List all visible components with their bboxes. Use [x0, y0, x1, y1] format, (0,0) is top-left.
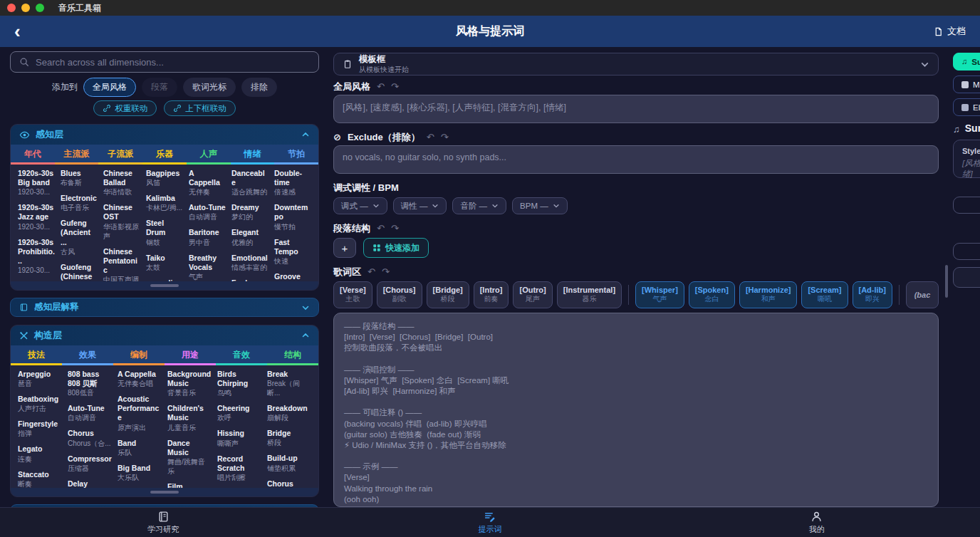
- term-cell[interactable]: Arpeggio琶音: [18, 370, 62, 388]
- term-cell[interactable]: ChorusChorus（合...: [68, 429, 112, 447]
- term-cell[interactable]: 1920s-30s Prohibitio...1920-30...: [18, 238, 55, 275]
- annotation-tag[interactable]: (bac: [906, 281, 939, 308]
- target-chip[interactable]: 排除: [241, 78, 277, 97]
- lyrics-textarea[interactable]: —— 段落结构 —— [Intro] [Verse] [Chorus] [Bri…: [333, 313, 939, 507]
- term-cell[interactable]: Taiko太鼓: [146, 254, 183, 272]
- nav-prompts[interactable]: 提示词: [458, 511, 522, 535]
- target-chip[interactable]: 段落: [142, 78, 177, 97]
- term-cell[interactable]: Cheering欢呼: [217, 404, 261, 422]
- nav-mine[interactable]: 我的: [785, 511, 849, 535]
- construction-tab[interactable]: 技法: [11, 345, 62, 365]
- horizontal-scrollbar[interactable]: [150, 284, 179, 287]
- vocal-tag[interactable]: [Ad-lib]即兴: [853, 281, 892, 308]
- perception-tab[interactable]: 乐器: [142, 145, 187, 165]
- copy-lyrics-cn-button[interactable]: 含中文注释: [953, 243, 980, 260]
- term-cell[interactable]: Bridge桥段: [267, 429, 311, 447]
- term-cell[interactable]: Fast Tempo快速: [274, 238, 311, 266]
- perception-tab[interactable]: 情绪: [231, 145, 275, 165]
- term-cell[interactable]: 808 bass 808 贝斯808低音: [68, 370, 112, 397]
- term-cell[interactable]: Big Band大乐队: [118, 464, 162, 482]
- quick-add-button[interactable]: 快速添加: [363, 238, 429, 258]
- add-section-button[interactable]: +: [333, 238, 356, 258]
- term-cell[interactable]: Elegant优雅的: [231, 228, 269, 246]
- term-cell[interactable]: Acoustic Performance原声演出: [118, 395, 162, 432]
- term-cell[interactable]: Beatboxing人声打击: [18, 395, 62, 413]
- term-cell[interactable]: Electronic电子音乐: [61, 194, 98, 212]
- param-select[interactable]: 调性 —: [393, 197, 447, 214]
- term-cell[interactable]: Guofeng (Chinese ...国风: [61, 263, 98, 281]
- term-cell[interactable]: Breakdown崩解段: [267, 404, 311, 422]
- horizontal-scrollbar[interactable]: [150, 491, 179, 494]
- nav-study-research[interactable]: 学习研究: [131, 511, 195, 535]
- platform-suno[interactable]: ♫Suno: [953, 53, 980, 71]
- redo-button[interactable]: ↷: [382, 267, 390, 276]
- docs-button[interactable]: 文档: [934, 25, 966, 38]
- term-cell[interactable]: Staccato断奏: [18, 470, 62, 489]
- term-cell[interactable]: Dance Music舞曲/跳舞音乐: [167, 439, 212, 476]
- term-cell[interactable]: Baritone男中音: [189, 228, 226, 246]
- undo-button[interactable]: ↶: [368, 267, 375, 276]
- platform-elevenlabs[interactable]: ElevenLabs: [953, 98, 980, 116]
- param-select[interactable]: 音阶 —: [452, 197, 506, 214]
- param-select[interactable]: 调式 —: [333, 197, 387, 214]
- term-cell[interactable]: BreakBreak（间断...: [267, 370, 311, 397]
- save-project-button[interactable]: 保存项目: [953, 267, 980, 288]
- structure-tag[interactable]: [Outro]尾声: [513, 281, 552, 308]
- construction-tab[interactable]: 结构: [267, 345, 318, 365]
- vertical-scrollbar[interactable]: [945, 265, 948, 298]
- term-cell[interactable]: Legato连奏: [18, 444, 62, 463]
- term-cell[interactable]: A Cappella无伴奏合唱: [118, 370, 162, 388]
- param-select[interactable]: BPM —: [512, 197, 568, 214]
- term-cell[interactable]: Film Soundtrack电影配乐: [167, 482, 212, 488]
- construction-tab[interactable]: 用途: [165, 345, 216, 365]
- undo-button[interactable]: ↶: [377, 224, 385, 233]
- vocal-tag[interactable]: [Spoken]念白: [689, 281, 735, 308]
- construction-section-header[interactable]: 构造层: [11, 325, 318, 345]
- perception-tab[interactable]: 年代: [11, 145, 55, 165]
- minimize-window-button[interactable]: [21, 4, 30, 12]
- term-cell[interactable]: Compressor压缩器: [68, 454, 112, 473]
- structure-tag[interactable]: [Verse]主歌: [333, 281, 372, 308]
- maximize-window-button[interactable]: [36, 4, 44, 12]
- undo-button[interactable]: ↶: [427, 132, 434, 142]
- term-cell[interactable]: Steel Drum钢鼓: [146, 219, 183, 246]
- term-cell[interactable]: Build-up铺垫积累: [267, 454, 311, 472]
- platform-minimax[interactable]: MiniMax: [953, 75, 980, 93]
- perception-explain-bar[interactable]: 感知层解释: [10, 298, 319, 317]
- term-cell[interactable]: Hissing嘶嘶声: [217, 429, 261, 447]
- redo-button[interactable]: ↷: [391, 224, 399, 233]
- construction-tab[interactable]: 编制: [113, 345, 165, 365]
- redo-button[interactable]: ↷: [441, 132, 449, 142]
- term-cell[interactable]: Background Music背景音乐: [167, 370, 212, 397]
- term-cell[interactable]: Chinese OST华语影视原声: [103, 203, 140, 240]
- term-cell[interactable]: Danceable适合跳舞的: [231, 169, 269, 197]
- undo-button[interactable]: ↶: [377, 82, 385, 91]
- construction-tab[interactable]: 音效: [216, 345, 267, 365]
- term-cell[interactable]: Breathy Vocals气声: [189, 254, 226, 281]
- template-dropdown[interactable]: 模板框 从模板快速开始: [333, 53, 939, 75]
- term-cell[interactable]: Fingerstyle指弹: [18, 419, 62, 438]
- redo-button[interactable]: ↷: [391, 82, 399, 91]
- term-cell[interactable]: A Cappella无伴奏: [189, 169, 226, 197]
- target-chip[interactable]: 歌词光标: [183, 78, 236, 97]
- exclude-textarea[interactable]: [333, 145, 939, 174]
- term-cell[interactable]: Band乐队: [118, 439, 162, 457]
- term-cell[interactable]: Double-time倍速感: [274, 169, 311, 197]
- link-toggle[interactable]: 权重联动: [93, 100, 157, 116]
- structure-tag[interactable]: [Bridge]桥段: [427, 281, 469, 308]
- perception-section-header[interactable]: 感知层: [11, 125, 318, 145]
- term-cell[interactable]: Dreamy梦幻的: [231, 203, 269, 221]
- term-cell[interactable]: Chorus副歌: [267, 479, 311, 489]
- term-cell[interactable]: Auto-Tune自动调音: [189, 203, 226, 221]
- perception-tab[interactable]: 子流派: [98, 145, 142, 165]
- term-cell[interactable]: Gufeng (Ancient ...古风: [61, 219, 98, 256]
- structure-tag[interactable]: [Instrumental]器乐: [557, 281, 622, 308]
- term-cell[interactable]: 1920s-30s Jazz age1920-30...: [18, 203, 55, 231]
- structure-tag[interactable]: [Intro]前奏: [474, 281, 509, 308]
- term-cell[interactable]: Delay延迟: [68, 479, 112, 488]
- construction-tab[interactable]: 效果: [62, 345, 113, 365]
- term-cell[interactable]: Chinese Pentatonic中国五声调式: [103, 247, 140, 282]
- vocal-tag[interactable]: [Whisper]气声: [635, 281, 684, 308]
- term-cell[interactable]: Kalimba卡林巴/拇...: [146, 194, 183, 212]
- target-chip[interactable]: 全局风格: [83, 78, 136, 97]
